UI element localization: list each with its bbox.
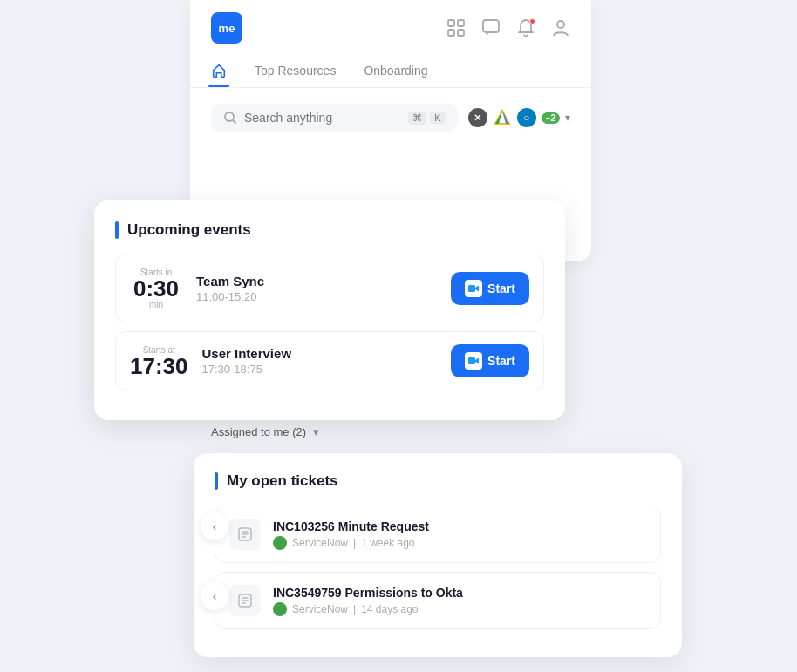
top-bar: me: [190, 0, 591, 56]
ticket-meta-2: ServiceNow | 14 days ago: [273, 602, 646, 616]
search-input[interactable]: [244, 111, 401, 125]
event-info-1: Team Sync 11:00-15:20: [196, 274, 437, 303]
event-item-team-sync: Starts in 0:30 min Team Sync 11:00-15:20…: [115, 255, 544, 322]
event-time-box-1: Starts in 0:30 min: [130, 268, 182, 309]
tab-home[interactable]: [208, 56, 230, 87]
svg-rect-0: [448, 20, 454, 26]
app-icons-row: ✕ ○ +2 ▾: [468, 108, 570, 127]
ticket-icon-1: [229, 519, 261, 550]
svg-rect-1: [458, 20, 464, 26]
start-button-team-sync[interactable]: Start: [451, 272, 529, 305]
search-input-wrap[interactable]: ⌘ K: [211, 104, 458, 132]
assigned-bar: Assigned to me (2) ▾: [190, 425, 591, 438]
ticket-icon-2: [229, 585, 261, 616]
search-icon: [223, 111, 237, 125]
ticket-svg-1: [236, 526, 254, 543]
ticket-item-inc103256: INC103256 Minute Request ServiceNow | 1 …: [215, 506, 661, 563]
logo-badge: me: [211, 12, 242, 44]
grid-icon[interactable]: [446, 18, 466, 37]
bell-icon[interactable]: [516, 18, 535, 37]
servicenow-avatar-2: [273, 602, 287, 616]
svg-point-14: [276, 540, 283, 546]
drive-app-icon[interactable]: [493, 108, 512, 127]
assigned-chevron[interactable]: ▾: [313, 425, 319, 438]
expand-apps-button[interactable]: ▾: [565, 112, 570, 124]
start-button-user-interview[interactable]: Start: [451, 344, 529, 377]
upcoming-events-title: Upcoming events: [115, 221, 544, 239]
ticket-info-2: INC3549759 Permissions to Okta ServiceNo…: [273, 586, 646, 616]
ticket-meta-1: ServiceNow | 1 week ago: [273, 536, 646, 550]
title-accent-bar: [115, 221, 119, 239]
home-icon: [211, 63, 227, 78]
servicenow-avatar-1: [273, 536, 287, 550]
upcoming-events-card: Upcoming events Starts in 0:30 min Team …: [94, 200, 565, 420]
svg-rect-4: [483, 20, 499, 32]
left-arrow-btn-2[interactable]: ‹: [201, 582, 228, 610]
event-time-box-2: Starts at 17:30: [130, 345, 188, 377]
search-shortcut: ⌘ K: [408, 112, 445, 125]
ticket-info-1: INC103256 Minute Request ServiceNow | 1 …: [273, 519, 646, 550]
tickets-card-title: My open tickets: [215, 472, 661, 490]
search-bar-area: ⌘ K ✕ ○ +2 ▾: [190, 88, 591, 146]
zoom-icon-2: [465, 352, 482, 370]
svg-rect-2: [448, 30, 454, 36]
event-info-2: User Interview 17:30-18:75: [202, 346, 438, 376]
notion-app-icon[interactable]: ✕: [468, 108, 487, 127]
tab-indicator: [208, 85, 229, 87]
nav-tabs: Top Resources Onboarding: [190, 56, 591, 88]
zoom-icon-1: [465, 280, 482, 297]
chat-icon[interactable]: [481, 18, 501, 37]
left-arrow-btn-1[interactable]: ‹: [201, 512, 228, 540]
tab-top-resources[interactable]: Top Resources: [251, 57, 339, 86]
svg-rect-12: [468, 357, 475, 364]
top-bar-icons: [446, 18, 570, 37]
tab-onboarding[interactable]: Onboarding: [360, 57, 431, 86]
tickets-title-bar: [215, 472, 218, 490]
svg-rect-11: [468, 285, 475, 292]
okta-app-icon[interactable]: ○: [517, 108, 536, 127]
event-item-user-interview: Starts at 17:30 User Interview 17:30-18:…: [115, 331, 544, 390]
ticket-svg-2: [236, 592, 254, 609]
svg-point-5: [557, 21, 564, 28]
notification-dot: [529, 18, 535, 24]
ticket-item-inc3549759: INC3549759 Permissions to Okta ServiceNo…: [215, 572, 661, 629]
user-icon[interactable]: [551, 18, 570, 37]
more-apps-badge[interactable]: +2: [542, 112, 560, 124]
svg-point-16: [276, 606, 283, 613]
svg-rect-3: [458, 30, 464, 36]
tickets-card: My open tickets INC103256 Minute Request…: [194, 453, 682, 657]
